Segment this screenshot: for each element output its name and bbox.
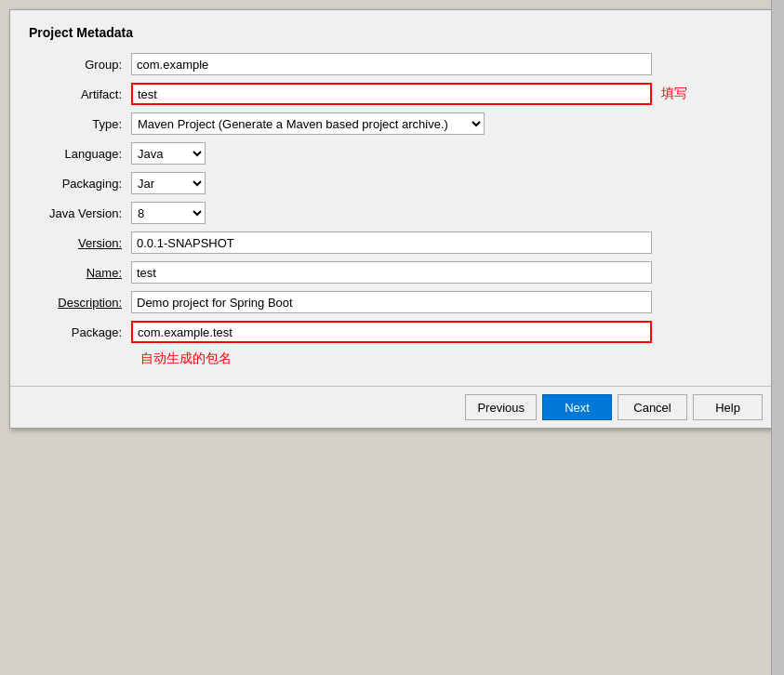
package-input[interactable] (131, 321, 652, 343)
java-version-row: Java Version: 8 11 17 (29, 202, 755, 224)
language-label: Language: (29, 147, 131, 161)
description-label: Description: (29, 296, 131, 310)
dialog-footer: Previous Next Cancel Help (10, 386, 774, 428)
artifact-label: Artifact: (29, 87, 131, 101)
language-select[interactable]: Java Kotlin Groovy (131, 142, 206, 165)
scrollbar[interactable] (771, 0, 784, 675)
packaging-label: Packaging: (29, 177, 131, 191)
package-label: Package: (29, 325, 131, 339)
artifact-annotation: 填写 (661, 86, 687, 102)
name-label: Name: (29, 266, 131, 280)
version-label: Version: (29, 236, 131, 250)
package-annotation: 自动生成的包名 (140, 351, 755, 367)
name-row: Name: (29, 261, 755, 284)
help-button[interactable]: Help (693, 394, 763, 420)
version-row: Version: (29, 232, 755, 254)
name-input[interactable] (131, 261, 652, 284)
group-row: Group: (29, 53, 755, 75)
artifact-input[interactable] (131, 83, 652, 105)
artifact-row: Artifact: 填写 (29, 83, 755, 105)
version-input[interactable] (131, 232, 652, 254)
packaging-row: Packaging: Jar War (29, 172, 755, 194)
next-button[interactable]: Next (542, 394, 612, 420)
type-select[interactable]: Maven Project (Generate a Maven based pr… (131, 112, 485, 135)
java-version-select[interactable]: 8 11 17 (131, 202, 206, 224)
description-input[interactable] (131, 291, 652, 313)
group-label: Group: (29, 58, 131, 72)
group-input[interactable] (131, 53, 652, 75)
type-label: Type: (29, 117, 131, 131)
cancel-button[interactable]: Cancel (618, 394, 687, 420)
type-row: Type: Maven Project (Generate a Maven ba… (29, 112, 755, 135)
package-row: Package: (29, 321, 755, 343)
java-version-label: Java Version: (29, 206, 131, 220)
packaging-select[interactable]: Jar War (131, 172, 206, 194)
description-row: Description: (29, 291, 755, 313)
previous-button[interactable]: Previous (465, 394, 537, 420)
language-row: Language: Java Kotlin Groovy (29, 142, 755, 165)
section-title: Project Metadata (29, 25, 755, 40)
